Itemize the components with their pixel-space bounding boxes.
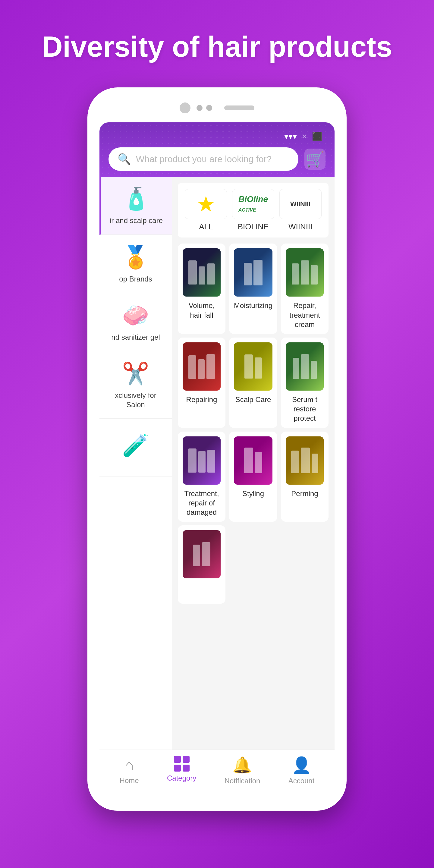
product-repairing-label: Repairing — [186, 395, 217, 404]
product-volume[interactable]: Volume, hair fall — [178, 244, 225, 334]
product-repair-cream[interactable]: Repair, treatment cream — [281, 244, 329, 334]
category-label: Category — [167, 774, 196, 782]
product-treatment[interactable]: Treatment, repair of damaged — [178, 432, 225, 522]
product-moisturizing[interactable]: Moisturizing — [229, 244, 277, 334]
sidebar-item-hair-scalp[interactable]: 🧴 ir and scalp care — [99, 177, 172, 235]
product-treatment-label: Treatment, repair of damaged — [183, 489, 221, 517]
cart-button[interactable]: 🛒 — [304, 149, 326, 170]
product-repair-cream-label: Repair, treatment cream — [286, 301, 324, 329]
hair-scalp-label: ir and scalp care — [110, 216, 163, 225]
bioline-logo: BiOlineACTIVE — [239, 194, 268, 214]
nav-category[interactable]: Category — [167, 756, 196, 785]
product-moisturizing-label: Moisturizing — [234, 301, 273, 310]
phone-notch — [99, 99, 335, 116]
wiiniii-logo: WIINIII — [290, 200, 310, 208]
sensor-dot-1 — [196, 105, 203, 111]
signal-icon: ✕ — [302, 133, 307, 141]
brand-wiiniii-label: WIINIII — [288, 222, 312, 231]
product-grid: Volume, hair fall Moisturizing — [178, 244, 329, 604]
product-repairing[interactable]: Repairing — [178, 338, 225, 428]
phone-shell: ▾▾▾ ✕ ⬛ 🔍 What product you are looking f… — [87, 87, 347, 811]
hair-scalp-icon: 🧴 — [123, 186, 150, 212]
brand-all[interactable]: ★ ALL — [184, 189, 228, 231]
nav-home[interactable]: ⌂ Home — [120, 756, 139, 785]
main-area: ★ ALL BiOlineACTIVE BIOLINE WIINIII WIIN… — [172, 177, 335, 749]
product-perming-label: Perming — [291, 489, 318, 498]
top-brands-label: op Brands — [119, 274, 152, 284]
notification-icon: 🔔 — [232, 756, 252, 774]
sidebar-item-top-brands[interactable]: 🏅 op Brands — [99, 236, 172, 293]
search-placeholder-text: What product you are looking for? — [136, 154, 272, 164]
product-styling[interactable]: Styling — [229, 432, 277, 522]
salon-icon: ✂️ — [122, 361, 149, 386]
account-label: Account — [288, 777, 315, 785]
star-icon: ★ — [196, 191, 216, 217]
app-header: ▾▾▾ ✕ ⬛ 🔍 What product you are looking f… — [99, 122, 335, 177]
home-icon: ⌂ — [124, 756, 134, 774]
search-icon: 🔍 — [118, 153, 131, 165]
category-icon — [174, 756, 190, 772]
product-more[interactable] — [178, 525, 225, 604]
nav-account[interactable]: 👤 Account — [288, 756, 315, 785]
brand-bioline-label: BIOLINE — [238, 222, 269, 231]
home-label: Home — [120, 776, 139, 785]
product-scalp-care[interactable]: Scalp Care — [229, 338, 277, 428]
product-serum-label: Serum t restore protect — [286, 395, 324, 423]
more-icon: 🧪 — [122, 433, 149, 458]
battery-icon: ⬛ — [312, 131, 322, 141]
top-brands-icon: 🏅 — [122, 244, 149, 270]
app-body: 🧴 ir and scalp care 🏅 op Brands 🧼 nd san… — [99, 177, 335, 749]
nav-notification[interactable]: 🔔 Notification — [224, 756, 260, 785]
phone-speaker — [224, 105, 254, 110]
brand-all-label: ALL — [199, 222, 213, 231]
cart-icon: 🛒 — [306, 150, 324, 168]
product-volume-label: Volume, hair fall — [183, 301, 221, 319]
wifi-icon: ▾▾▾ — [284, 131, 297, 141]
sidebar-item-sanitizer[interactable]: 🧼 nd sanitizer gel — [99, 293, 172, 351]
sanitizer-icon: 🧼 — [122, 303, 149, 328]
sensor-dot-2 — [206, 105, 212, 111]
product-perming[interactable]: Perming — [281, 432, 329, 522]
brand-bioline[interactable]: BiOlineACTIVE BIOLINE — [231, 189, 276, 231]
hero-heading: Diversity of hair products — [42, 30, 393, 63]
product-serum[interactable]: Serum t restore protect — [281, 338, 329, 428]
product-styling-label: Styling — [242, 489, 264, 498]
notification-label: Notification — [224, 777, 260, 785]
brand-wiiniii[interactable]: WIINIII WIINIII — [278, 189, 322, 231]
brands-row: ★ ALL BiOlineACTIVE BIOLINE WIINIII WIIN… — [178, 183, 329, 238]
sanitizer-label: nd sanitizer gel — [111, 333, 160, 342]
salon-label: xclusively for Salon — [105, 391, 166, 409]
sidebar-item-salon[interactable]: ✂️ xclusively for Salon — [99, 352, 172, 418]
bottom-nav: ⌂ Home Category 🔔 Notification 👤 Account — [99, 749, 335, 794]
product-scalp-label: Scalp Care — [236, 395, 271, 404]
search-bar[interactable]: 🔍 What product you are looking for? — [108, 147, 299, 171]
sidebar-item-more[interactable]: 🧪 — [99, 419, 172, 476]
account-icon: 👤 — [292, 756, 311, 774]
sidebar: 🧴 ir and scalp care 🏅 op Brands 🧼 nd san… — [99, 177, 172, 749]
camera-lens — [180, 102, 190, 113]
status-bar: ▾▾▾ ✕ ⬛ — [108, 131, 326, 141]
